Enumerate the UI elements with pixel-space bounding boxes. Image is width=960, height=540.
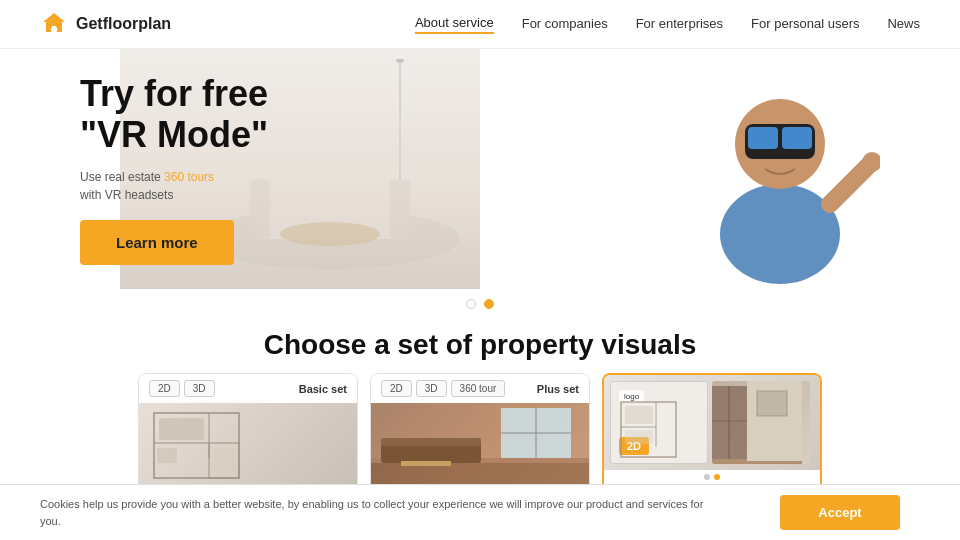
card-basic-header: 2D 3D Basic set [139,374,357,403]
card-basic-tab-2d[interactable]: 2D [149,380,180,397]
carousel-dot-2[interactable] [484,299,494,309]
nav-for-enterprises[interactable]: For enterprises [636,16,723,33]
pro-floorplan-panel: logo 2D [610,381,708,464]
card-pro-image: logo 2D [604,375,820,470]
pro-floorplan-svg [611,382,707,463]
card-basic-label: Basic set [299,383,347,395]
card-plus-tab-2d[interactable]: 2D [381,380,412,397]
header: Getfloorplan About service For companies… [0,0,960,49]
svg-point-5 [280,222,380,246]
card-basic-tab-3d[interactable]: 3D [184,380,215,397]
svg-rect-12 [782,127,812,149]
svg-rect-11 [748,127,778,149]
svg-rect-19 [214,448,234,473]
svg-line-13 [830,164,870,204]
hero-subtitle: Use real estate 360 tours with VR headse… [80,168,268,204]
svg-rect-20 [159,418,204,440]
hero-title: Try for free "VR Mode" [80,73,268,156]
card-plus-label: Plus set [537,383,579,395]
svg-rect-0 [51,27,57,32]
svg-point-7 [396,59,404,63]
card-basic-tabs: 2D 3D [149,380,215,397]
svg-point-8 [720,184,840,284]
card-pro-dot-1[interactable] [704,474,710,480]
nav-news[interactable]: News [887,16,920,33]
nav-for-personal[interactable]: For personal users [751,16,859,33]
logo-text: Getfloorplan [76,15,171,33]
svg-rect-33 [625,406,653,424]
card-basic-image [139,403,357,488]
card-pro: Pro set logo 2D [602,373,822,501]
svg-rect-26 [401,461,451,466]
logo[interactable]: Getfloorplan [40,10,171,38]
card-plus: 2D 3D 360 tour Plus set [370,373,590,501]
main-nav: About service For companies For enterpri… [415,15,920,34]
card-plus-tab-360[interactable]: 360 tour [451,380,506,397]
svg-rect-25 [381,438,481,446]
carousel-dot-1[interactable] [466,299,476,309]
section-title: Choose a set of property visuals [0,315,960,373]
card-plus-tabs: 2D 3D 360 tour [381,380,505,397]
logo-icon [40,10,68,38]
card-basic: 2D 3D Basic set [138,373,358,501]
nav-about-service[interactable]: About service [415,15,494,34]
basic-floorplan-svg [139,403,357,488]
card-plus-tab-3d[interactable]: 3D [416,380,447,397]
plus-interior-svg [371,403,589,488]
vr-person-illustration [680,54,880,284]
card-plus-header: 2D 3D 360 tour Plus set [371,374,589,403]
cookie-accept-button[interactable]: Accept [780,495,900,530]
svg-rect-40 [757,391,787,416]
pro-interior-svg [712,381,810,464]
svg-rect-21 [157,448,177,463]
card-plus-image [371,403,589,488]
carousel-dots [0,289,960,315]
card-pro-dots [604,470,820,482]
nav-for-companies[interactable]: For companies [522,16,608,33]
cookie-bar: Cookies help us provide you with a bette… [0,484,960,540]
learn-more-button[interactable]: Learn more [80,220,234,265]
hero-content: Try for free "VR Mode" Use real estate 3… [80,73,268,265]
card-pro-dot-2[interactable] [714,474,720,480]
svg-rect-35 [712,386,747,461]
svg-rect-34 [625,430,653,444]
svg-rect-4 [390,179,410,239]
cookie-text: Cookies help us provide you with a bette… [40,496,720,529]
hero-section: Try for free "VR Mode" Use real estate 3… [0,49,960,289]
pro-interior-panel [712,381,810,464]
cards-row: 2D 3D Basic set 2 [0,373,960,501]
